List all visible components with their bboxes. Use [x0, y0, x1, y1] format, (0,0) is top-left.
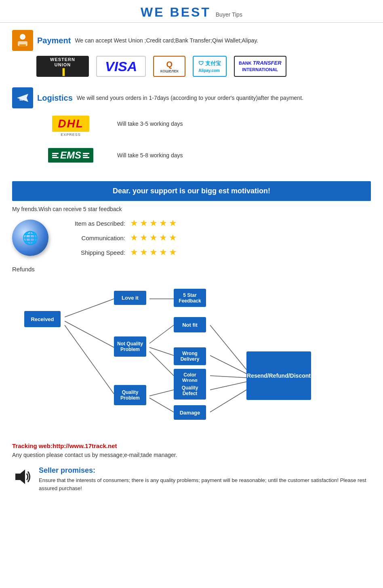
header-title: WE BEST	[141, 5, 211, 19]
svg-line-18	[210, 390, 246, 412]
logistics-section: Logistics We will send yours orders in 1…	[0, 87, 383, 174]
dhl-logo: DHL EXPRESS	[36, 112, 105, 135]
stars-comm: ★ ★ ★ ★ ★	[130, 233, 177, 243]
alipay-logo: 🛡 支付宝Alipay.com	[193, 56, 227, 77]
svg-marker-19	[15, 470, 25, 484]
payment-label: Payment	[37, 36, 71, 45]
refunds-section: Refunds	[0, 262, 383, 438]
flow-not-fit: Not fit	[174, 317, 206, 332]
rating-label-ship: Shipping Speed:	[61, 249, 125, 256]
flow-not-quality: Not QualityProblem	[114, 336, 146, 357]
svg-line-11	[149, 351, 174, 376]
logistics-icon	[12, 87, 33, 108]
svg-line-16	[210, 376, 246, 378]
ems-row: EMS Will take 5-8 working days	[36, 144, 371, 167]
flow-wrong-delivery: WrongDelivery	[174, 347, 206, 365]
rating-row-comm: Communication: ★ ★ ★ ★ ★	[61, 233, 177, 243]
svg-line-10	[149, 347, 174, 355]
flow-feedback: 5 StarFeedback	[174, 289, 206, 307]
svg-line-15	[210, 355, 246, 374]
rating-row-ship: Shipping Speed: ★ ★ ★ ★ ★	[61, 247, 177, 258]
svg-line-14	[210, 325, 246, 370]
motivation-banner: Dear. your support is our bigg est motiv…	[12, 181, 371, 201]
qiwi-logo: Q КОШЕЛЕК	[153, 56, 185, 77]
payment-logos: WESTERN UNION ▐ VISA Q КОШЕЛЕК 🛡 支付宝Alip…	[36, 56, 371, 77]
tracking-desc: Any question please contact us by messag…	[12, 452, 371, 458]
ems-logo: EMS	[36, 144, 105, 167]
feedback-wish: My frends.Wish can receive 5 star feedba…	[12, 206, 371, 212]
tracking-section: Tracking web:http://www.17track.net Any …	[0, 438, 383, 462]
payment-section: Payment We can accept West Union ;Credit…	[0, 30, 383, 84]
svg-line-7	[65, 325, 114, 394]
feedback-globe: 🌐	[12, 220, 48, 256]
stars-item: ★ ★ ★ ★ ★	[130, 218, 177, 228]
western-union-logo: WESTERN UNION ▐	[36, 56, 89, 77]
visa-logo: VISA	[96, 56, 146, 77]
speaker-icon	[12, 466, 33, 487]
rating-row-item: Item as Described: ★ ★ ★ ★ ★	[61, 218, 177, 228]
tracking-link[interactable]: Tracking web:http://www.17track.net	[12, 442, 371, 449]
flow-damage: Damage	[174, 405, 206, 420]
ems-time: Will take 5-8 working days	[117, 152, 183, 159]
refunds-label: Refunds	[12, 266, 371, 273]
flow-quality: QualityProblem	[114, 385, 146, 405]
svg-line-5	[65, 299, 114, 317]
svg-line-6	[65, 321, 114, 347]
svg-line-13	[149, 398, 174, 412]
payment-icon	[12, 30, 33, 51]
page-header: WE BEST Buyer Tips	[0, 0, 383, 23]
dhl-row: DHL EXPRESS Will take 3-5 working days	[36, 112, 371, 135]
svg-point-0	[20, 34, 25, 40]
svg-rect-4	[19, 99, 23, 101]
rating-label-comm: Communication:	[61, 235, 125, 241]
header-subtitle: Buyer Tips	[216, 11, 242, 18]
svg-rect-2	[19, 44, 26, 46]
feedback-section: My frends.Wish can receive 5 star feedba…	[0, 206, 383, 262]
svg-line-17	[210, 382, 246, 390]
bank-transfer-logo: BANK TRANSFERINTERNATIONAL	[234, 56, 286, 77]
logistics-desc: We will send yours orders in 1-7days (ac…	[77, 95, 303, 101]
stars-ship: ★ ★ ★ ★ ★	[130, 247, 177, 258]
logistics-label: Logistics	[37, 93, 73, 103]
seller-text-block: Seller promises: Ensure that the interes…	[39, 466, 371, 492]
dhl-time: Will take 3-5 working days	[117, 121, 183, 127]
seller-section: Seller promises: Ensure that the interes…	[0, 462, 383, 500]
flow-resend: Resend/Refund/Discont	[246, 351, 311, 400]
rating-label-item: Item as Described:	[61, 220, 125, 227]
payment-desc: We can accept West Union ;Credit card;Ba…	[75, 37, 258, 44]
feedback-ratings: Item as Described: ★ ★ ★ ★ ★ Communicati…	[61, 218, 177, 258]
flow-received: Received	[24, 311, 61, 327]
seller-promises-desc: Ensure that the interests of consumers; …	[39, 476, 371, 492]
svg-line-9	[149, 325, 174, 343]
flow-quality-defect: QualityDefect	[174, 382, 206, 400]
flow-love-it: Love it	[114, 291, 146, 305]
svg-line-12	[149, 390, 174, 396]
seller-promises-title: Seller promises:	[39, 466, 371, 475]
flowchart: Received Love it 5 StarFeedback Not Qual…	[12, 277, 371, 430]
